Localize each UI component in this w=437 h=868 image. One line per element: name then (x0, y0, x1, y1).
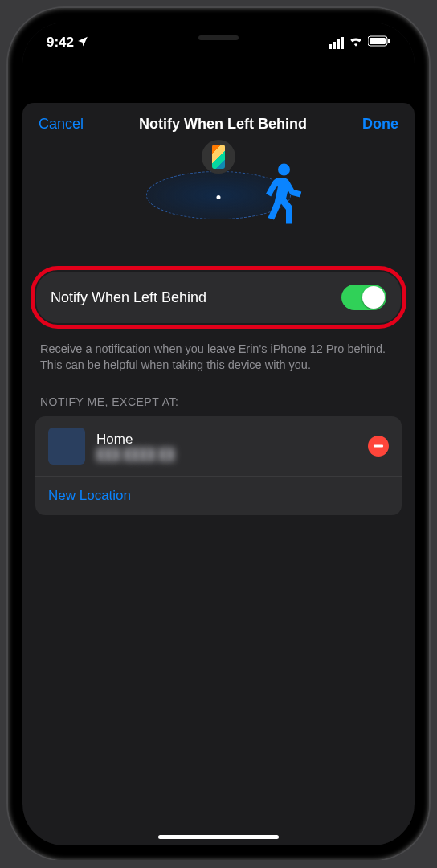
svg-rect-2 (388, 39, 390, 43)
cancel-button[interactable]: Cancel (39, 116, 84, 133)
device-pin-icon (202, 140, 235, 174)
page-title: Notify When Left Behind (139, 116, 307, 133)
notify-toggle-row[interactable]: Notify When Left Behind (36, 272, 401, 323)
home-indicator[interactable] (158, 835, 279, 839)
battery-icon (368, 35, 390, 50)
map-thumbnail-icon (48, 428, 85, 465)
notify-description: Receive a notification when you leave Er… (22, 337, 415, 391)
walking-person-icon (254, 162, 302, 229)
location-icon (77, 35, 88, 51)
exception-list: Home ███ ████ ██ New Location (35, 416, 402, 515)
status-time: 9:42 (47, 35, 74, 51)
annotation-highlight: Notify When Left Behind (31, 266, 406, 329)
notify-toggle-label: Notify When Left Behind (51, 289, 206, 306)
svg-point-3 (278, 164, 290, 176)
done-button[interactable]: Done (362, 116, 398, 133)
location-name: Home (96, 432, 357, 448)
new-location-button[interactable]: New Location (35, 477, 402, 515)
remove-location-button[interactable] (368, 436, 389, 457)
wifi-icon (349, 35, 363, 50)
svg-rect-1 (370, 38, 386, 44)
location-address: ███ ████ ██ (96, 448, 357, 461)
new-location-label: New Location (48, 488, 131, 504)
notify-toggle-switch[interactable] (341, 285, 386, 310)
settings-sheet: Cancel Notify When Left Behind Done Noti… (22, 103, 415, 845)
location-row-home[interactable]: Home ███ ████ ██ (35, 416, 402, 477)
left-behind-illustration (22, 139, 415, 252)
cellular-icon (329, 37, 344, 49)
except-header: NOTIFY ME, EXCEPT AT: (22, 391, 415, 416)
